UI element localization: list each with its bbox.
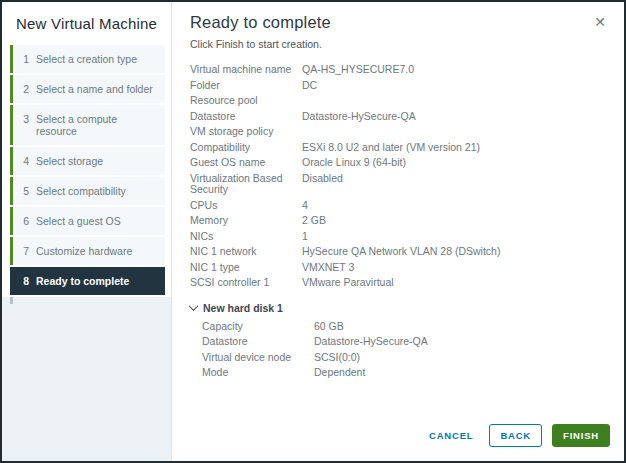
step-label: Select storage [36,155,103,167]
row-value: VMware Paravirtual [302,277,608,289]
row-value: Dependent [314,367,608,379]
summary-row-cpus: CPUs 4 [190,198,608,214]
step-number: 6 [21,215,29,227]
row-label: SCSI controller 1 [190,277,302,289]
disk-row-capacity: Capacity 60 GB [202,319,608,335]
step-label: Select a compute resource [36,113,159,137]
row-label: NICs [190,231,302,243]
step-number: 4 [21,155,29,167]
row-value [302,95,608,107]
summary-row-vbs: Virtualization Based Security Disabled [190,171,608,198]
new-vm-wizard-dialog: New Virtual Machine 1 Select a creation … [0,0,626,463]
step-select-guest-os[interactable]: 6 Select a guest OS [10,207,165,235]
step-label: Select compatibility [36,185,126,197]
row-label: Folder [190,80,302,92]
row-label: Capacity [202,321,314,333]
page-title: Ready to complete [190,13,590,32]
vm-summary-table: Virtual machine name QA-HS_HYSECURE7.0 F… [190,62,608,291]
summary-row-nics: NICs 1 [190,229,608,245]
row-value: 1 [302,231,608,243]
content-header: Ready to complete ✕ [190,13,608,32]
cancel-button[interactable]: CANCEL [423,425,479,446]
step-select-compute-resource[interactable]: 3 Select a compute resource [10,105,165,145]
row-value: Oracle Linux 9 (64-bit) [302,157,608,169]
sidebar-filler [2,297,171,461]
step-label: Customize hardware [36,245,132,257]
step-select-creation-type[interactable]: 1 Select a creation type [10,45,165,73]
new-hard-disk-section: New hard disk 1 Capacity 60 GB Datastore… [190,302,608,381]
row-label: CPUs [190,200,302,212]
step-label: Ready to complete [36,275,129,287]
step-label: Select a name and folder [36,83,153,95]
summary-row-resource-pool: Resource pool [190,93,608,109]
wizard-footer: CANCEL BACK FINISH [409,412,624,461]
row-value: HySecure QA Network VLAN 28 (DSwitch) [302,246,608,258]
step-number: 7 [21,245,29,257]
step-number: 1 [21,53,29,65]
summary-row-vm-name: Virtual machine name QA-HS_HYSECURE7.0 [190,62,608,78]
row-label: NIC 1 network [190,246,302,258]
close-icon[interactable]: ✕ [590,13,610,31]
step-select-name-folder[interactable]: 2 Select a name and folder [10,75,165,103]
step-number: 5 [21,185,29,197]
disk-row-datastore: Datastore Datastore-HySecure-QA [202,334,608,350]
summary-row-datastore: Datastore Datastore-HySecure-QA [190,109,608,125]
row-value: 60 GB [314,321,608,333]
step-ready-to-complete[interactable]: 8 Ready to complete [10,267,165,295]
disk-row-mode: Mode Dependent [202,365,608,381]
row-label: Memory [190,215,302,227]
finish-button[interactable]: FINISH [552,424,610,447]
new-hard-disk-toggle[interactable]: New hard disk 1 [190,302,608,314]
summary-row-compatibility: Compatibility ESXi 8.0 U2 and later (VM … [190,140,608,156]
row-value: 2 GB [302,215,608,227]
step-number: 8 [21,275,29,287]
summary-row-folder: Folder DC [190,78,608,94]
disk-section-title: New hard disk 1 [203,302,283,314]
row-label: Datastore [202,336,314,348]
step-select-storage[interactable]: 4 Select storage [10,147,165,175]
row-value: DC [302,80,608,92]
row-value: ESXi 8.0 U2 and later (VM version 21) [302,142,608,154]
row-value: SCSI(0:0) [314,352,608,364]
step-progress-bar-stub [10,297,13,304]
row-value: Disabled [302,173,608,196]
disk-row-virtual-device-node: Virtual device node SCSI(0:0) [202,350,608,366]
row-value: QA-HS_HYSECURE7.0 [302,64,608,76]
row-value: VMXNET 3 [302,262,608,274]
wizard-content-pane: Ready to complete ✕ Click Finish to star… [172,2,624,461]
summary-row-scsi-controller: SCSI controller 1 VMware Paravirtual [190,275,608,291]
row-value: Datastore-HySecure-QA [302,111,608,123]
step-select-compatibility[interactable]: 5 Select compatibility [10,177,165,205]
step-label: Select a guest OS [36,215,121,227]
row-label: VM storage policy [190,126,302,138]
row-label: Compatibility [190,142,302,154]
step-label: Select a creation type [36,53,137,65]
row-value: 4 [302,200,608,212]
row-value: Datastore-HySecure-QA [314,336,608,348]
row-label: Virtualization Based Security [190,173,302,196]
row-label: Guest OS name [190,157,302,169]
summary-row-nic1-type: NIC 1 type VMXNET 3 [190,260,608,276]
page-subtitle: Click Finish to start creation. [190,38,608,50]
back-button[interactable]: BACK [489,424,542,447]
summary-row-guest-os: Guest OS name Oracle Linux 9 (64-bit) [190,155,608,171]
row-label: Virtual device node [202,352,314,364]
row-label: Resource pool [190,95,302,107]
disk-detail-table: Capacity 60 GB Datastore Datastore-HySec… [190,319,608,381]
row-label: Datastore [190,111,302,123]
wizard-title: New Virtual Machine [2,2,171,43]
wizard-steps-list: 1 Select a creation type 2 Select a name… [2,43,171,297]
summary-row-vm-storage-policy: VM storage policy [190,124,608,140]
row-value [302,126,608,138]
summary-row-nic1-network: NIC 1 network HySecure QA Network VLAN 2… [190,244,608,260]
chevron-down-icon [189,301,199,311]
row-label: Mode [202,367,314,379]
row-label: Virtual machine name [190,64,302,76]
step-customize-hardware[interactable]: 7 Customize hardware [10,237,165,265]
wizard-steps-sidebar: New Virtual Machine 1 Select a creation … [2,2,172,461]
row-label: NIC 1 type [190,262,302,274]
step-number: 2 [21,83,29,95]
step-number: 3 [21,113,29,125]
summary-row-memory: Memory 2 GB [190,213,608,229]
